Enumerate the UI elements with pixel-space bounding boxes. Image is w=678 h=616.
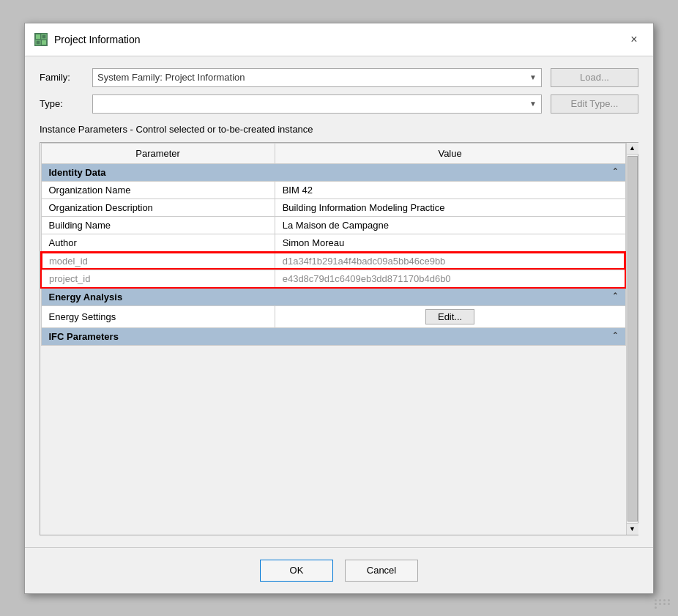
value-organization-name[interactable]: BIM 42	[275, 181, 625, 198]
param-author: Author	[41, 234, 275, 252]
cancel-button[interactable]: Cancel	[345, 560, 418, 582]
dialog-footer: OK Cancel	[25, 547, 653, 593]
family-dropdown-icon: ▼	[529, 73, 537, 81]
scrollbar: ▲ ▼	[626, 143, 638, 535]
scroll-up-button[interactable]: ▲	[627, 143, 638, 155]
value-organization-description[interactable]: Building Information Modeling Practice	[275, 198, 625, 216]
value-project-id[interactable]: e43d8c79d1c6409eb3dd871170b4d6b0	[275, 270, 625, 288]
row-organization-name: Organization Name BIM 42	[41, 181, 625, 198]
type-label: Type:	[40, 98, 83, 109]
section-ifc-parameters: IFC Parameters ⌃	[41, 327, 625, 345]
title-bar-left: Project Information	[34, 32, 141, 47]
ok-button[interactable]: OK	[260, 560, 333, 582]
param-building-name: Building Name	[41, 216, 275, 234]
title-bar: Project Information ×	[25, 23, 653, 56]
section-energy-analysis: Energy Analysis ⌃	[41, 288, 625, 306]
type-select[interactable]: ▼	[92, 94, 542, 114]
param-project-id: project_id	[41, 270, 275, 288]
section-identity-data: Identity Data ⌃	[41, 163, 625, 181]
close-button[interactable]: ×	[624, 29, 644, 50]
family-select-value: System Family: Project Information	[97, 72, 245, 83]
row-organization-description: Organization Description Building Inform…	[41, 198, 625, 216]
type-dropdown-icon: ▼	[529, 100, 537, 108]
param-energy-settings: Energy Settings	[41, 305, 275, 327]
row-project-id: project_id e43d8c79d1c6409eb3dd871170b4d…	[41, 270, 625, 288]
instance-parameters-label: Instance Parameters - Control selected o…	[40, 124, 638, 135]
energy-settings-edit-button[interactable]: Edit...	[425, 309, 474, 324]
svg-rect-1	[36, 34, 40, 39]
row-building-name: Building Name La Maison de Campagne	[41, 216, 625, 234]
value-author[interactable]: Simon Moreau	[275, 234, 625, 252]
family-row: Family: System Family: Project Informati…	[40, 68, 638, 87]
svg-rect-2	[42, 34, 46, 39]
dialog-title: Project Information	[54, 34, 141, 45]
resize-dots	[655, 599, 671, 609]
col-header-parameter: Parameter	[41, 143, 275, 163]
section-identity-data-label: Identity Data	[49, 167, 106, 178]
scroll-thumb[interactable]	[627, 156, 638, 522]
section-energy-collapse-icon[interactable]: ⌃	[612, 292, 618, 300]
project-information-dialog: Project Information × Family: System Fam…	[24, 23, 654, 594]
parameters-table: Parameter Value Identity Data ⌃	[40, 143, 626, 346]
row-author: Author Simon Moreau	[41, 234, 625, 252]
value-building-name[interactable]: La Maison de Campagne	[275, 216, 625, 234]
edit-type-button: Edit Type...	[551, 94, 638, 114]
table-scroll-area[interactable]: Parameter Value Identity Data ⌃	[40, 143, 638, 535]
param-organization-name: Organization Name	[41, 181, 275, 198]
value-model-id[interactable]: d1a34f1b291a4f4badc09a5bb46ce9bb	[275, 252, 625, 270]
section-identity-collapse-icon[interactable]: ⌃	[612, 167, 618, 175]
section-energy-analysis-label: Energy Analysis	[49, 292, 123, 303]
section-ifc-collapse-icon[interactable]: ⌃	[612, 331, 618, 339]
param-organization-description: Organization Description	[41, 198, 275, 216]
app-icon	[34, 32, 48, 47]
param-model-id: model_id	[41, 252, 275, 270]
svg-rect-3	[36, 40, 40, 45]
scroll-down-button[interactable]: ▼	[627, 523, 638, 535]
row-model-id: model_id d1a34f1b291a4f4badc09a5bb46ce9b…	[41, 252, 625, 270]
family-select[interactable]: System Family: Project Information ▼	[92, 68, 542, 87]
type-row: Type: ▼ Edit Type...	[40, 94, 638, 114]
section-ifc-parameters-label: IFC Parameters	[49, 331, 119, 342]
dialog-body: Family: System Family: Project Informati…	[25, 56, 653, 547]
col-header-value: Value	[275, 143, 625, 163]
svg-rect-4	[42, 40, 46, 45]
load-button: Load...	[551, 68, 638, 87]
row-energy-settings: Energy Settings Edit...	[41, 305, 625, 327]
family-label: Family:	[40, 72, 83, 83]
